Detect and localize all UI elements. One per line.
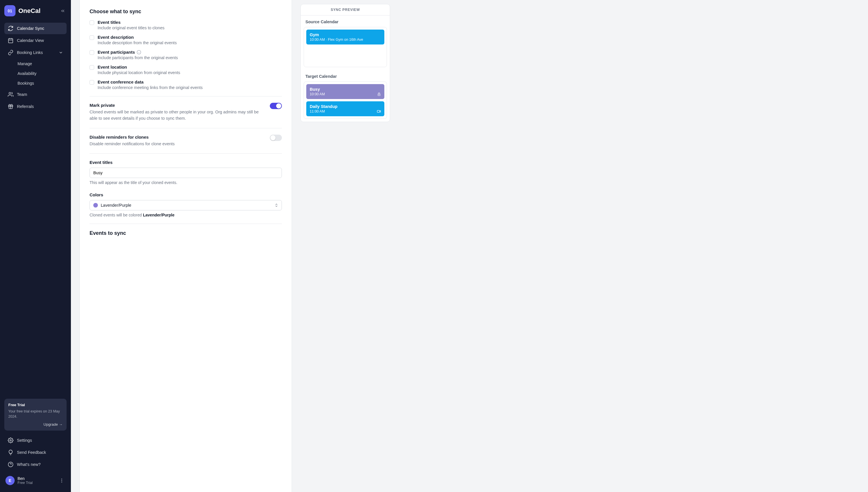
event-titles-input[interactable] <box>90 168 282 178</box>
nav-availability[interactable]: Availability <box>14 69 67 78</box>
event-titles-label: Event titles <box>90 160 282 165</box>
option-event-location: Event location Include physical location… <box>90 65 282 75</box>
divider <box>90 224 282 224</box>
option-event-participants: Event participants Include participants … <box>90 50 282 60</box>
nav-label: Manage <box>18 62 32 66</box>
choose-sync-heading: Choose what to sync <box>90 8 282 15</box>
option-title: Event location <box>98 65 180 70</box>
team-icon <box>8 92 14 97</box>
svg-rect-0 <box>8 39 13 43</box>
events-to-sync-heading: Events to sync <box>90 230 282 236</box>
nav-label: Team <box>17 92 27 97</box>
event-titles-help: This will appear as the title of your cl… <box>90 180 282 185</box>
colors-help: Cloned events will be colored Lavender/P… <box>90 213 282 217</box>
brand-name: OneCal <box>18 7 41 15</box>
option-title: Event titles <box>98 20 165 25</box>
target-calendar-label: Target Calendar <box>301 70 390 81</box>
option-desc: Include physical location from original … <box>98 70 180 75</box>
checkbox[interactable] <box>90 20 94 25</box>
main-nav: Calendar Sync Calendar View Booking Link… <box>4 23 67 112</box>
checkbox[interactable] <box>90 80 94 85</box>
booking-sub-nav: Manage Availability Bookings <box>4 59 67 88</box>
disable-reminders-toggle[interactable] <box>270 134 282 141</box>
colors-help-prefix: Cloned events will be colored <box>90 213 143 217</box>
link-icon <box>8 50 14 55</box>
svg-point-5 <box>61 480 62 481</box>
color-swatch-icon <box>93 203 98 207</box>
user-info: Ben Free Trial <box>18 476 55 485</box>
nav-calendar-sync[interactable]: Calendar Sync <box>4 23 67 34</box>
nav-referrals[interactable]: Referrals <box>4 101 67 112</box>
nav-label: Calendar View <box>17 38 44 43</box>
nav-bookings[interactable]: Bookings <box>14 78 67 88</box>
colors-select[interactable]: Lavender/Purple <box>90 200 282 211</box>
nav-team[interactable]: Team <box>4 89 67 100</box>
mark-private-desc: Cloned events will be marked as private … <box>90 109 264 122</box>
option-desc: Include original event titles to clones <box>98 26 165 30</box>
mark-private-toggle[interactable] <box>270 103 282 109</box>
bottom-nav: Settings Send Feedback What's new? <box>4 435 67 470</box>
calendar-icon <box>8 38 14 43</box>
colors-help-strong: Lavender/Purple <box>143 213 175 217</box>
event-sub: 10:00 AM · Flex Gym on 16th Ave <box>310 38 381 42</box>
option-desc: Include conference meeting links from th… <box>98 85 203 90</box>
chevron-up-down-icon <box>274 203 278 207</box>
event-title: Busy <box>310 87 381 92</box>
checkbox[interactable] <box>90 35 94 40</box>
option-title: Event description <box>98 35 177 40</box>
colors-value: Lavender/Purple <box>101 203 131 207</box>
event-card: Daily Standup 11:00 AM <box>306 101 385 116</box>
source-calendar: Gym 10:00 AM · Flex Gym on 16th Ave <box>304 27 387 67</box>
info-icon[interactable] <box>137 50 141 54</box>
event-title: Daily Standup <box>310 104 381 109</box>
divider <box>90 128 282 128</box>
disable-reminders-title: Disable reminders for clones <box>90 134 264 140</box>
sync-settings-card: Choose what to sync Event titles Include… <box>79 0 292 492</box>
colors-select-wrap: Lavender/Purple <box>90 200 282 211</box>
user-plan: Free Trial <box>18 481 55 485</box>
nav-label: Send Feedback <box>17 450 46 455</box>
target-calendar: Busy 10:00 AM Daily Standup 11:00 AM <box>304 81 387 119</box>
nav-calendar-view[interactable]: Calendar View <box>4 35 67 46</box>
nav-manage[interactable]: Manage <box>14 59 67 69</box>
upgrade-link[interactable]: Upgrade → <box>8 422 63 426</box>
collapse-sidebar-button[interactable] <box>59 7 67 15</box>
nav-label: Settings <box>17 438 32 443</box>
option-title-text: Event participants <box>98 50 135 54</box>
svg-point-4 <box>61 478 62 479</box>
nav-settings[interactable]: Settings <box>4 435 67 446</box>
lock-icon <box>377 93 381 96</box>
svg-rect-8 <box>378 94 380 96</box>
source-calendar-label: Source Calendar <box>301 16 390 27</box>
option-title: Event participants <box>98 50 178 54</box>
option-event-titles: Event titles Include original event titl… <box>90 20 282 30</box>
trial-desc: Your free trial expires on 23 May 2024. <box>8 409 63 420</box>
sidebar: 01 OneCal Calendar Sync Calendar View Bo… <box>0 0 71 492</box>
video-icon <box>377 109 381 114</box>
colors-label: Colors <box>90 192 282 197</box>
event-sub: 10:00 AM <box>310 92 381 96</box>
disable-reminders-row: Disable reminders for clones Disable rem… <box>90 134 282 147</box>
option-event-description: Event description Include description fr… <box>90 35 282 45</box>
option-title: Event conference data <box>98 79 203 84</box>
mark-private-row: Mark private Cloned events will be marke… <box>90 103 282 122</box>
gift-icon <box>8 104 14 109</box>
avatar: E <box>5 476 15 485</box>
nav-booking-links[interactable]: Booking Links <box>4 47 67 58</box>
event-sub: 11:00 AM <box>310 109 381 114</box>
mark-private-title: Mark private <box>90 103 264 108</box>
nav-label: Booking Links <box>17 50 43 55</box>
nav-whats-new[interactable]: What's new? <box>4 459 67 470</box>
checkbox[interactable] <box>90 50 94 55</box>
trial-card: Free Trial Your free trial expires on 23… <box>4 399 67 431</box>
user-name: Ben <box>18 476 55 481</box>
preview-header: SYNC PREVIEW <box>301 4 390 16</box>
nav-send-feedback[interactable]: Send Feedback <box>4 447 67 458</box>
nav-label: Availability <box>18 71 36 76</box>
logo-icon: 01 <box>4 5 16 16</box>
checkbox[interactable] <box>90 65 94 70</box>
event-card: Busy 10:00 AM <box>306 84 385 99</box>
trial-title: Free Trial <box>8 403 63 407</box>
chevron-double-left-icon <box>60 8 66 14</box>
user-menu-button[interactable] <box>58 477 66 484</box>
